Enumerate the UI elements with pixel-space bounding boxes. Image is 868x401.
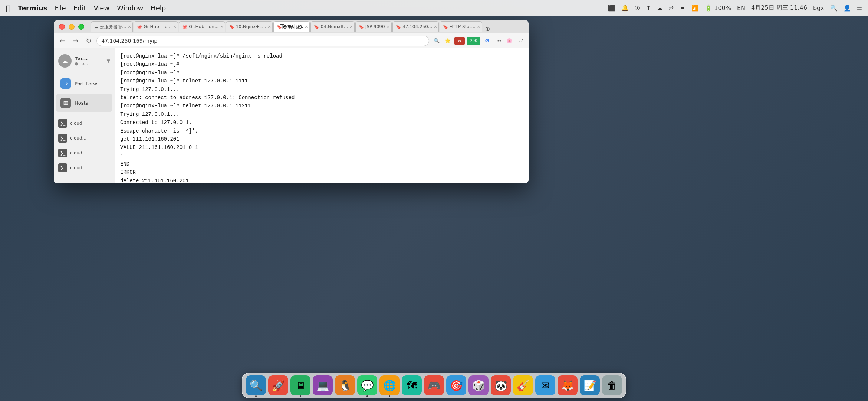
tab-label-3: 10.Nginx+L... (236, 24, 266, 29)
sidebar-divider-1 (57, 72, 112, 72)
menu-file[interactable]: File (55, 4, 66, 12)
tab-jsp[interactable]: 🔖 JSP 9090 ✕ (355, 21, 392, 32)
sidebar-item-portforward[interactable]: → Port Forw... (56, 75, 112, 92)
tab-favicon-0: ☁ (94, 25, 98, 29)
back-button[interactable]: ← (57, 36, 68, 45)
tab-close-5[interactable]: ✕ (349, 25, 353, 29)
tab-github2[interactable]: 🐙 GitHub - un... ✕ (179, 21, 225, 32)
connection-label-4: cloud... (70, 165, 86, 170)
tab-favicon-6: 🔖 (359, 25, 364, 29)
menu-edit[interactable]: Edit (73, 4, 86, 12)
terminal-line: get 211.161.160.201 (120, 135, 523, 143)
bookmark-icon[interactable]: ⭐ (443, 36, 452, 45)
menubar-user: bgx (813, 4, 824, 12)
menubar-sidebar[interactable]: ☰ (857, 4, 862, 12)
menubar-avatar: 👤 (844, 4, 851, 12)
tab-label-1: GitHub - lo... (144, 24, 171, 29)
connection-cloud-1[interactable]: ❯_ cloud (54, 116, 115, 131)
menubar-search[interactable]: 🔍 (830, 4, 838, 12)
close-button[interactable] (59, 24, 65, 30)
dock-chrome[interactable]: 🌐 (379, 375, 400, 395)
ext-icon-200[interactable]: 200 (467, 37, 480, 45)
terminal-area[interactable]: [root@nginx-lua ~]# /soft/nginx/sbin/ngi… (115, 48, 529, 183)
tab-http[interactable]: 🔖 HTTP Stat... ✕ (440, 21, 482, 32)
terminal-line: Trying 127.0.0.1... (120, 110, 523, 118)
desktop:  Termius File Edit View Window Help ⬛ 🔔… (0, 0, 868, 401)
tab-close-7[interactable]: ✕ (434, 25, 437, 29)
tab-close-2[interactable]: ✕ (220, 25, 223, 29)
ext-icon-red[interactable]: w (454, 37, 465, 45)
connection-cloud-4[interactable]: ❯_ cloud... (54, 160, 115, 175)
terminal-line: Escape character is '^]'. (120, 127, 523, 135)
tab-yunfuwuqi[interactable]: ☁ 云服务器管... ✕ (91, 21, 133, 32)
new-tab-button[interactable]: ⊕ (485, 25, 490, 32)
tab-close-0[interactable]: ✕ (128, 25, 131, 29)
dock-app5[interactable]: 🐼 (491, 375, 511, 395)
chevron-down-icon: ▼ (107, 58, 110, 63)
tab-favicon-1: 🐙 (137, 25, 142, 29)
maximize-button[interactable] (78, 24, 84, 30)
connection-icon-4: ❯_ (58, 163, 67, 172)
terminal-line: VALUE 211.161.160.201 0 1 (120, 143, 523, 151)
tab-close-3[interactable]: ✕ (268, 25, 271, 29)
ext-icon-bw[interactable]: bw (494, 36, 503, 45)
dock-mail[interactable]: ✉ (535, 375, 555, 395)
ext-icon-flower[interactable]: 🌸 (505, 36, 514, 45)
tab-close-1[interactable]: ✕ (173, 25, 177, 29)
app-name[interactable]: Termius (18, 4, 47, 12)
tab-label-2: GitHub - un... (189, 24, 218, 29)
terminal-line: [root@nginx-lua ~]# (120, 60, 523, 68)
menu-view[interactable]: View (93, 4, 109, 12)
ext-icon-shield[interactable]: 🛡 (516, 36, 525, 45)
dock-pc[interactable]: 💻 (313, 375, 333, 395)
profile-status: ● Lo... (75, 61, 104, 66)
dock-app7[interactable]: 🦊 (558, 375, 578, 395)
tab-close-4[interactable]: ✕ (305, 25, 308, 29)
profile-info: Ter... ● Lo... (75, 56, 104, 66)
profile-item[interactable]: ☁ Ter... ● Lo... ▼ (54, 51, 115, 71)
dock-launchpad[interactable]: 🚀 (268, 375, 288, 395)
menubar-lang: EN (737, 4, 745, 12)
connection-icon-2: ❯_ (58, 134, 67, 143)
address-bar: ← → ↻ 47.104.250.169/myip 🔍 ⭐ w 200 G bw… (54, 33, 529, 48)
tab-github1[interactable]: 🐙 GitHub - lo... ✕ (134, 21, 178, 32)
connection-cloud-2[interactable]: ❯_ cloud... (54, 131, 115, 146)
minimize-button[interactable] (69, 24, 75, 30)
tab-nginxft[interactable]: 🔖 04.Nginxft... ✕ (310, 21, 354, 32)
ext-icon-g[interactable]: G (483, 36, 491, 45)
tab-close-6[interactable]: ✕ (387, 25, 390, 29)
dock-app1[interactable]: 🐧 (335, 375, 355, 395)
tab-ip[interactable]: 🔖 47.104.250... ✕ (392, 21, 438, 32)
dock-trash[interactable]: 🗑 (602, 375, 622, 395)
url-field[interactable]: 47.104.250.169/myip (96, 36, 429, 46)
dock-finder[interactable]: 🔍 (246, 375, 266, 395)
dock-app6[interactable]: 🎸 (513, 375, 533, 395)
dock-terminal[interactable]: 🖥 (290, 375, 310, 395)
dock-app2[interactable]: 🎮 (424, 375, 444, 395)
tab-nginx[interactable]: 🔖 10.Nginx+L... ✕ (226, 21, 273, 32)
hosts-icon: ▦ (60, 98, 71, 108)
connection-cloud-3[interactable]: ❯_ cloud... (54, 146, 115, 160)
dock-maps[interactable]: 🗺 (402, 375, 422, 395)
dock-app4[interactable]: 🎲 (468, 375, 489, 395)
tab-favicon-2: 🐙 (182, 25, 187, 29)
sidebar-divider-2 (57, 114, 112, 114)
menu-help[interactable]: Help (151, 4, 166, 12)
dock-weixin[interactable]: 💬 (357, 375, 377, 395)
forward-button[interactable]: → (70, 36, 80, 45)
apple-menu[interactable]:  (6, 4, 10, 13)
dock-word[interactable]: 📝 (580, 375, 600, 395)
menubar:  Termius File Edit View Window Help ⬛ 🔔… (0, 0, 868, 16)
sidebar-item-hosts[interactable]: ▦ Hosts (56, 94, 112, 112)
terminus-sidebar: ☁ Ter... ● Lo... ▼ → Port Forw... ▦ Ho (54, 48, 115, 183)
terminal-line: Trying 127.0.0.1... (120, 85, 523, 94)
dock-app3[interactable]: 🎯 (446, 375, 466, 395)
connection-icon-3: ❯_ (58, 149, 67, 157)
reload-button[interactable]: ↻ (83, 36, 93, 45)
connection-label-2: cloud... (70, 136, 86, 141)
menubar-bell: 🔔 (621, 4, 629, 12)
tab-close-8[interactable]: ✕ (477, 25, 480, 29)
tab-label-0: 云服务器管... (100, 24, 126, 30)
menu-window[interactable]: Window (117, 4, 143, 12)
search-icon[interactable]: 🔍 (432, 36, 441, 45)
